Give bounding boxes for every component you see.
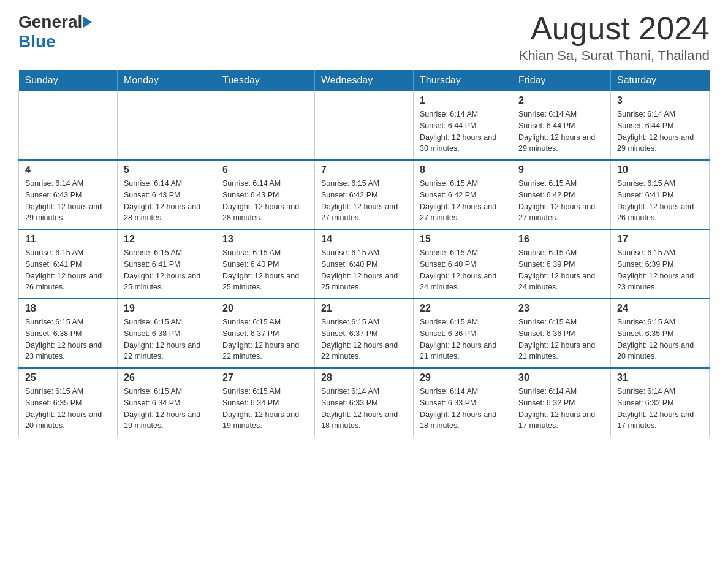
calendar-week-row: 11Sunrise: 6:15 AMSunset: 6:41 PMDayligh… [19, 229, 710, 299]
location: Khian Sa, Surat Thani, Thailand [519, 48, 710, 64]
calendar-header-friday: Friday [512, 70, 611, 91]
day-number: 24 [617, 303, 703, 314]
day-number: 1 [420, 95, 506, 106]
calendar-cell: 21Sunrise: 6:15 AMSunset: 6:37 PMDayligh… [315, 299, 414, 368]
day-info: Sunrise: 6:14 AMSunset: 6:43 PMDaylight:… [25, 178, 111, 224]
day-number: 28 [321, 372, 407, 383]
logo: General Blue [18, 12, 92, 52]
calendar-cell: 5Sunrise: 6:14 AMSunset: 6:43 PMDaylight… [118, 160, 216, 229]
calendar-cell: 3Sunrise: 6:14 AMSunset: 6:44 PMDaylight… [611, 91, 710, 161]
day-info: Sunrise: 6:14 AMSunset: 6:32 PMDaylight:… [518, 386, 604, 432]
calendar-cell: 8Sunrise: 6:15 AMSunset: 6:42 PMDaylight… [414, 160, 512, 229]
day-info: Sunrise: 6:15 AMSunset: 6:40 PMDaylight:… [420, 247, 506, 293]
logo-arrow-icon [83, 17, 92, 28]
day-info: Sunrise: 6:15 AMSunset: 6:39 PMDaylight:… [518, 247, 604, 293]
day-number: 23 [518, 303, 604, 314]
calendar-cell: 1Sunrise: 6:14 AMSunset: 6:44 PMDaylight… [414, 91, 512, 161]
calendar-cell: 28Sunrise: 6:14 AMSunset: 6:33 PMDayligh… [315, 368, 414, 437]
day-info: Sunrise: 6:14 AMSunset: 6:44 PMDaylight:… [617, 109, 703, 155]
calendar-cell [315, 91, 414, 161]
day-info: Sunrise: 6:15 AMSunset: 6:38 PMDaylight:… [25, 316, 111, 362]
day-info: Sunrise: 6:15 AMSunset: 6:37 PMDaylight:… [222, 316, 308, 362]
day-number: 18 [25, 303, 111, 314]
day-number: 3 [617, 95, 703, 106]
logo-general-text: General [18, 12, 82, 32]
day-info: Sunrise: 6:15 AMSunset: 6:34 PMDaylight:… [222, 386, 308, 432]
day-info: Sunrise: 6:14 AMSunset: 6:44 PMDaylight:… [420, 109, 506, 155]
calendar-cell: 16Sunrise: 6:15 AMSunset: 6:39 PMDayligh… [512, 229, 611, 299]
day-number: 30 [518, 372, 604, 383]
calendar-cell: 15Sunrise: 6:15 AMSunset: 6:40 PMDayligh… [414, 229, 512, 299]
day-number: 2 [518, 95, 604, 106]
day-info: Sunrise: 6:14 AMSunset: 6:44 PMDaylight:… [518, 109, 604, 155]
day-info: Sunrise: 6:15 AMSunset: 6:36 PMDaylight:… [420, 316, 506, 362]
day-info: Sunrise: 6:15 AMSunset: 6:42 PMDaylight:… [518, 178, 604, 224]
day-number: 14 [321, 234, 407, 245]
calendar-cell: 22Sunrise: 6:15 AMSunset: 6:36 PMDayligh… [414, 299, 512, 368]
day-info: Sunrise: 6:15 AMSunset: 6:37 PMDaylight:… [321, 316, 407, 362]
day-info: Sunrise: 6:15 AMSunset: 6:41 PMDaylight:… [124, 247, 210, 293]
calendar-cell: 25Sunrise: 6:15 AMSunset: 6:35 PMDayligh… [19, 368, 118, 437]
calendar-header-sunday: Sunday [19, 70, 118, 91]
day-number: 8 [420, 164, 506, 175]
calendar-cell: 20Sunrise: 6:15 AMSunset: 6:37 PMDayligh… [216, 299, 315, 368]
day-number: 29 [420, 372, 506, 383]
day-info: Sunrise: 6:15 AMSunset: 6:35 PMDaylight:… [617, 316, 703, 362]
day-number: 11 [25, 234, 111, 245]
calendar-cell: 2Sunrise: 6:14 AMSunset: 6:44 PMDaylight… [512, 91, 611, 161]
day-info: Sunrise: 6:15 AMSunset: 6:42 PMDaylight:… [420, 178, 506, 224]
day-info: Sunrise: 6:15 AMSunset: 6:42 PMDaylight:… [321, 178, 407, 224]
calendar-cell: 26Sunrise: 6:15 AMSunset: 6:34 PMDayligh… [118, 368, 216, 437]
calendar-cell: 12Sunrise: 6:15 AMSunset: 6:41 PMDayligh… [118, 229, 216, 299]
calendar-cell: 18Sunrise: 6:15 AMSunset: 6:38 PMDayligh… [19, 299, 118, 368]
calendar-header-thursday: Thursday [414, 70, 512, 91]
day-number: 12 [124, 234, 210, 245]
calendar-cell [216, 91, 315, 161]
day-number: 21 [321, 303, 407, 314]
day-info: Sunrise: 6:15 AMSunset: 6:38 PMDaylight:… [124, 316, 210, 362]
day-number: 20 [222, 303, 308, 314]
title-section: August 2024 Khian Sa, Surat Thani, Thail… [519, 12, 710, 64]
day-info: Sunrise: 6:15 AMSunset: 6:41 PMDaylight:… [617, 178, 703, 224]
day-number: 17 [617, 234, 703, 245]
day-number: 26 [124, 372, 210, 383]
calendar-cell: 14Sunrise: 6:15 AMSunset: 6:40 PMDayligh… [315, 229, 414, 299]
calendar-cell: 29Sunrise: 6:14 AMSunset: 6:33 PMDayligh… [414, 368, 512, 437]
day-number: 22 [420, 303, 506, 314]
day-info: Sunrise: 6:14 AMSunset: 6:43 PMDaylight:… [124, 178, 210, 224]
day-info: Sunrise: 6:15 AMSunset: 6:41 PMDaylight:… [25, 247, 111, 293]
day-number: 31 [617, 372, 703, 383]
day-number: 10 [617, 164, 703, 175]
day-number: 15 [420, 234, 506, 245]
calendar-header-tuesday: Tuesday [216, 70, 315, 91]
day-info: Sunrise: 6:15 AMSunset: 6:35 PMDaylight:… [25, 386, 111, 432]
page-header: General Blue August 2024 Khian Sa, Surat… [18, 12, 710, 64]
calendar-cell: 11Sunrise: 6:15 AMSunset: 6:41 PMDayligh… [19, 229, 118, 299]
calendar-cell [118, 91, 216, 161]
day-info: Sunrise: 6:15 AMSunset: 6:40 PMDaylight:… [321, 247, 407, 293]
day-number: 25 [25, 372, 111, 383]
day-number: 4 [25, 164, 111, 175]
calendar-cell: 4Sunrise: 6:14 AMSunset: 6:43 PMDaylight… [19, 160, 118, 229]
calendar-table: SundayMondayTuesdayWednesdayThursdayFrid… [18, 70, 710, 437]
day-number: 27 [222, 372, 308, 383]
calendar-cell: 30Sunrise: 6:14 AMSunset: 6:32 PMDayligh… [512, 368, 611, 437]
calendar-cell: 31Sunrise: 6:14 AMSunset: 6:32 PMDayligh… [611, 368, 710, 437]
day-number: 6 [222, 164, 308, 175]
month-title: August 2024 [519, 12, 710, 44]
day-number: 9 [518, 164, 604, 175]
calendar-week-row: 4Sunrise: 6:14 AMSunset: 6:43 PMDaylight… [19, 160, 710, 229]
calendar-cell: 17Sunrise: 6:15 AMSunset: 6:39 PMDayligh… [611, 229, 710, 299]
calendar-header-row: SundayMondayTuesdayWednesdayThursdayFrid… [19, 70, 710, 91]
calendar-cell: 24Sunrise: 6:15 AMSunset: 6:35 PMDayligh… [611, 299, 710, 368]
calendar-header-wednesday: Wednesday [315, 70, 414, 91]
day-info: Sunrise: 6:14 AMSunset: 6:32 PMDaylight:… [617, 386, 703, 432]
day-info: Sunrise: 6:15 AMSunset: 6:39 PMDaylight:… [617, 247, 703, 293]
day-number: 5 [124, 164, 210, 175]
logo-blue-text: Blue [18, 32, 56, 52]
calendar-cell: 6Sunrise: 6:14 AMSunset: 6:43 PMDaylight… [216, 160, 315, 229]
day-info: Sunrise: 6:14 AMSunset: 6:43 PMDaylight:… [222, 178, 308, 224]
calendar-cell: 27Sunrise: 6:15 AMSunset: 6:34 PMDayligh… [216, 368, 315, 437]
calendar-cell: 9Sunrise: 6:15 AMSunset: 6:42 PMDaylight… [512, 160, 611, 229]
day-info: Sunrise: 6:15 AMSunset: 6:36 PMDaylight:… [518, 316, 604, 362]
